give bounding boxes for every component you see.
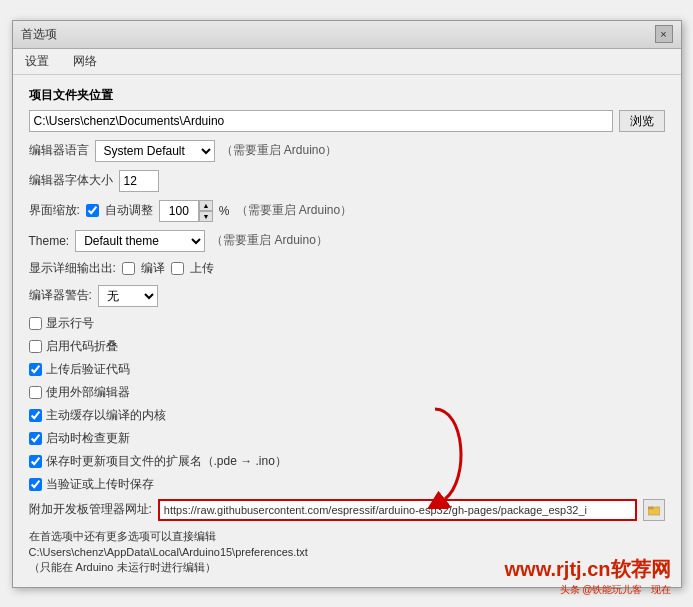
- editor-language-select[interactable]: System Default: [95, 140, 215, 162]
- editor-language-label: 编辑器语言: [29, 142, 89, 159]
- menu-item-settings[interactable]: 设置: [17, 51, 57, 72]
- spinbox-down-button[interactable]: ▼: [199, 211, 213, 222]
- save-ino-checkbox[interactable]: [29, 455, 42, 468]
- external-editor-label: 使用外部编辑器: [46, 384, 130, 401]
- preferences-info-section: 在首选项中还有更多选项可以直接编辑 C:\Users\chenz\AppData…: [29, 529, 665, 575]
- editor-language-row: 编辑器语言 System Default （需要重启 Arduino）: [29, 140, 665, 162]
- menu-item-network[interactable]: 网络: [65, 51, 105, 72]
- watermark-sub1: 头条 @铁能玩儿客: [560, 583, 643, 597]
- theme-select[interactable]: Default theme: [75, 230, 205, 252]
- scale-hint: （需要重启 Arduino）: [236, 202, 353, 219]
- verbose-label: 显示详细输出出:: [29, 260, 116, 277]
- url-folder-button[interactable]: [643, 499, 665, 521]
- checkbox-verify-upload: 上传后验证代码: [29, 361, 665, 378]
- compile-label: 编译: [141, 260, 165, 277]
- scale-row: 界面缩放: 自动调整 ▲ ▼ % （需要重启 Arduino）: [29, 200, 665, 222]
- theme-label: Theme:: [29, 234, 70, 248]
- code-fold-checkbox[interactable]: [29, 340, 42, 353]
- checkbox-save-ino: 保存时更新项目文件的扩展名（.pde → .ino）: [29, 453, 665, 470]
- verify-upload-label: 上传后验证代码: [46, 361, 130, 378]
- editor-font-size-label: 编辑器字体大小: [29, 172, 113, 189]
- svg-rect-1: [648, 507, 653, 509]
- editor-font-size-row: 编辑器字体大小: [29, 170, 665, 192]
- editor-font-size-input[interactable]: [119, 170, 159, 192]
- check-update-label: 启动时检查更新: [46, 430, 130, 447]
- checkbox-check-update: 启动时检查更新: [29, 430, 665, 447]
- scale-unit: %: [219, 204, 230, 218]
- browse-button[interactable]: 浏览: [619, 110, 665, 132]
- save-ino-label: 保存时更新项目文件的扩展名（.pde → .ino）: [46, 453, 287, 470]
- auto-save-kernel-checkbox[interactable]: [29, 409, 42, 422]
- checkbox-verify-save: 当验证或上传时保存: [29, 476, 665, 493]
- code-fold-label: 启用代码折叠: [46, 338, 118, 355]
- scale-auto-checkbox[interactable]: [86, 204, 99, 217]
- scale-value-input[interactable]: [159, 200, 199, 222]
- preferences-window: 首选项 × 设置 网络 项目文件夹位置 浏览 编辑器语言 System Defa…: [12, 20, 682, 588]
- board-manager-url-input[interactable]: [158, 499, 637, 521]
- scale-spinbox: ▲ ▼: [159, 200, 213, 222]
- compiler-warnings-row: 编译器警告: 无: [29, 285, 665, 307]
- upload-label: 上传: [190, 260, 214, 277]
- board-manager-label: 附加开发板管理器网址:: [29, 501, 152, 518]
- menu-bar: 设置 网络: [13, 49, 681, 75]
- theme-row: Theme: Default theme （需要重启 Arduino）: [29, 230, 665, 252]
- auto-save-kernel-label: 主动缓存以编译的内核: [46, 407, 166, 424]
- verify-save-label: 当验证或上传时保存: [46, 476, 154, 493]
- compiler-warnings-select[interactable]: 无: [98, 285, 158, 307]
- window-title: 首选项: [21, 26, 57, 43]
- watermark-sub: 头条 @铁能玩儿客 现在: [505, 583, 671, 597]
- project-path-input[interactable]: [29, 110, 613, 132]
- checkbox-auto-save-kernel: 主动缓存以编译的内核: [29, 407, 665, 424]
- project-location-label: 项目文件夹位置: [29, 87, 665, 104]
- checkbox-section: 显示行号 启用代码折叠 上传后验证代码 使用外部编辑器 主动缓存以编译的内核 启…: [29, 315, 665, 493]
- title-bar: 首选项 ×: [13, 21, 681, 49]
- compiler-warnings-label: 编译器警告:: [29, 287, 92, 304]
- checkbox-code-fold: 启用代码折叠: [29, 338, 665, 355]
- theme-hint: （需要重启 Arduino）: [211, 232, 328, 249]
- folder-icon: [648, 504, 660, 516]
- edit-note: （只能在 Arduino 未运行时进行编辑）: [29, 560, 665, 575]
- external-editor-checkbox[interactable]: [29, 386, 42, 399]
- check-update-checkbox[interactable]: [29, 432, 42, 445]
- compile-checkbox[interactable]: [122, 262, 135, 275]
- verify-upload-checkbox[interactable]: [29, 363, 42, 376]
- checkbox-external-editor: 使用外部编辑器: [29, 384, 665, 401]
- verbose-row: 显示详细输出出: 编译 上传: [29, 260, 665, 277]
- verify-save-checkbox[interactable]: [29, 478, 42, 491]
- upload-checkbox[interactable]: [171, 262, 184, 275]
- close-button[interactable]: ×: [655, 25, 673, 43]
- content-area: 项目文件夹位置 浏览 编辑器语言 System Default （需要重启 Ar…: [13, 75, 681, 587]
- watermark-sub2: 现在: [651, 583, 671, 597]
- show-line-label: 显示行号: [46, 315, 94, 332]
- preferences-path-label: 在首选项中还有更多选项可以直接编辑: [29, 529, 665, 544]
- scale-auto-label: 自动调整: [105, 202, 153, 219]
- board-manager-row: 附加开发板管理器网址:: [29, 499, 665, 521]
- editor-language-hint: （需要重启 Arduino）: [221, 142, 338, 159]
- spinbox-buttons: ▲ ▼: [199, 200, 213, 222]
- scale-label: 界面缩放:: [29, 202, 80, 219]
- show-line-checkbox[interactable]: [29, 317, 42, 330]
- project-path-row: 浏览: [29, 110, 665, 132]
- preferences-file-path: C:\Users\chenz\AppData\Local\Arduino15\p…: [29, 546, 665, 558]
- checkbox-show-line: 显示行号: [29, 315, 665, 332]
- spinbox-up-button[interactable]: ▲: [199, 200, 213, 211]
